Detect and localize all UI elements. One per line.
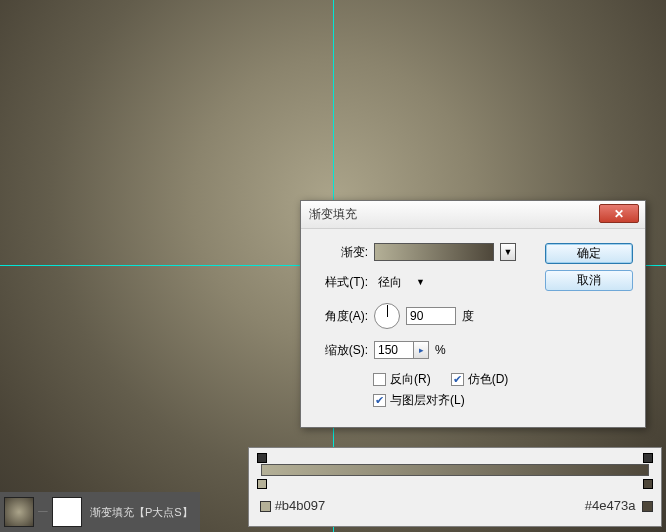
- percent-unit: %: [435, 343, 446, 357]
- dialog-title: 渐变填充: [309, 206, 357, 223]
- scale-label: 缩放(S):: [313, 342, 368, 359]
- dialog-titlebar[interactable]: 渐变填充 ✕: [301, 201, 645, 229]
- opacity-stop-left[interactable]: [257, 453, 267, 463]
- angle-input[interactable]: [406, 307, 456, 325]
- link-icon: 𝄖: [38, 505, 48, 519]
- gradient-dropdown-arrow[interactable]: ▼: [500, 243, 516, 261]
- gradient-editor: #b4b097 #4e473a: [248, 447, 662, 527]
- gradient-preview[interactable]: [374, 243, 494, 261]
- color-stop-left[interactable]: [257, 479, 267, 489]
- style-value: 径向: [378, 274, 402, 291]
- cancel-button[interactable]: 取消: [545, 270, 633, 291]
- left-stop-chip: [260, 501, 271, 512]
- dither-label: 仿色(D): [468, 371, 509, 388]
- degree-unit: 度: [462, 308, 474, 325]
- layer-name[interactable]: 渐变填充【P大点S】: [90, 505, 193, 520]
- chevron-down-icon: ▼: [416, 277, 425, 287]
- gradient-fill-dialog: 渐变填充 ✕ 渐变: ▼ 样式(T): 径向 ▼ 角度(A): 度: [300, 200, 646, 428]
- scale-input[interactable]: [374, 341, 414, 359]
- close-icon: ✕: [614, 207, 624, 221]
- layer-thumbnail[interactable]: [4, 497, 34, 527]
- ok-button[interactable]: 确定: [545, 243, 633, 264]
- style-select[interactable]: 径向 ▼: [374, 273, 429, 291]
- right-stop-chip: [642, 501, 653, 512]
- reverse-checkbox[interactable]: [373, 373, 386, 386]
- angle-label: 角度(A):: [313, 308, 368, 325]
- reverse-label: 反向(R): [390, 371, 431, 388]
- mask-thumbnail[interactable]: [52, 497, 82, 527]
- scale-stepper[interactable]: ▸: [414, 341, 429, 359]
- gradient-label: 渐变:: [313, 244, 368, 261]
- gradient-track[interactable]: [261, 464, 649, 476]
- color-stop-right[interactable]: [643, 479, 653, 489]
- angle-dial[interactable]: [374, 303, 400, 329]
- dither-checkbox[interactable]: [451, 373, 464, 386]
- left-hex-label: #b4b097: [275, 498, 326, 513]
- style-label: 样式(T):: [313, 274, 368, 291]
- layers-panel-row[interactable]: 𝄖 渐变填充【P大点S】: [0, 492, 200, 532]
- align-label: 与图层对齐(L): [390, 392, 465, 409]
- close-button[interactable]: ✕: [599, 204, 639, 223]
- align-checkbox[interactable]: [373, 394, 386, 407]
- right-hex-label: #4e473a: [585, 498, 636, 513]
- opacity-stop-right[interactable]: [643, 453, 653, 463]
